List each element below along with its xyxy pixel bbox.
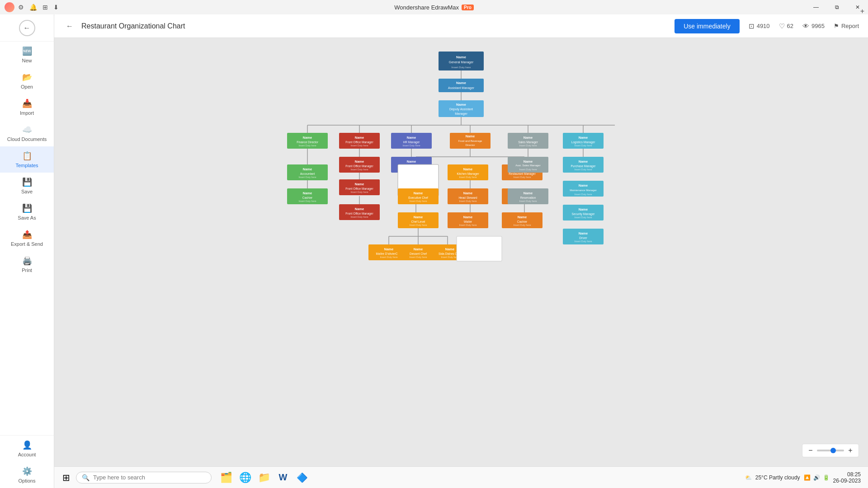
apps-icon[interactable]: ⊞ xyxy=(42,4,48,11)
weather-icon: ⛅ xyxy=(745,474,752,481)
svg-text:Insert Duty here: Insert Duty here xyxy=(350,191,368,193)
sidebar-item-options[interactable]: ⚙️ Options xyxy=(0,462,54,488)
taskbar-app-widgets[interactable]: 🗂️ xyxy=(217,469,235,487)
taskbar: ⊞ 🔍 🗂️ 🌐 📁 W 🔷 xyxy=(54,466,868,488)
window-controls: — ⧉ ✕ xyxy=(806,0,868,14)
open-icon: 📂 xyxy=(22,72,32,82)
search-input[interactable] xyxy=(93,474,193,481)
svg-text:Insert Duty here: Insert Duty here xyxy=(298,176,316,178)
close-btn[interactable]: ✕ xyxy=(847,0,868,14)
svg-text:Cashier: Cashier xyxy=(302,196,313,199)
svg-text:Manager: Manager xyxy=(455,112,467,116)
svg-text:Insert Duty here: Insert Duty here xyxy=(519,168,537,171)
svg-text:Name: Name xyxy=(407,136,416,140)
print-icon: 🖨️ xyxy=(22,256,32,266)
zoom-out-btn[interactable]: − xyxy=(806,446,815,455)
svg-text:Head Steward: Head Steward xyxy=(458,196,477,199)
zoom-in-btn[interactable]: + xyxy=(846,446,855,455)
org-chart-svg: Name General Manager Insert Duty here Na… xyxy=(262,42,660,350)
svg-text:Name: Name xyxy=(355,207,364,211)
taskbar-right: ⛅ 25°C Partly cloudy 🔼 🔊 🔋 08:25 26-09-2… xyxy=(745,471,864,484)
sidebar-item-cloud[interactable]: ☁️ Cloud Documents xyxy=(0,120,54,146)
download-icon[interactable]: ⬇ xyxy=(53,4,59,11)
save-icon: 💾 xyxy=(22,177,32,187)
svg-text:Waiter: Waiter xyxy=(464,220,472,223)
views-stat: 👁 9965 xyxy=(802,22,825,30)
start-btn[interactable]: ⊞ xyxy=(58,469,74,486)
svg-text:Cashier: Cashier xyxy=(517,220,528,223)
svg-text:Name: Name xyxy=(456,103,466,107)
sidebar-item-print[interactable]: 🖨️ Print xyxy=(0,251,54,277)
svg-text:Front Office Manager: Front Office Manager xyxy=(345,164,373,168)
sidebar-item-import[interactable]: 📥 Import xyxy=(0,94,54,120)
sidebar-item-export[interactable]: 📤 Export & Send xyxy=(0,225,54,251)
account-icon: 👤 xyxy=(22,440,32,450)
svg-text:Insert Duty here: Insert Duty here xyxy=(519,200,537,202)
svg-text:Name: Name xyxy=(579,183,588,188)
minimize-btn[interactable]: — xyxy=(806,0,826,14)
svg-text:Name: Name xyxy=(524,136,533,140)
battery-icon: 🔋 xyxy=(823,474,830,481)
svg-text:Sales Manager: Sales Manager xyxy=(518,141,538,144)
sidebar-item-open[interactable]: 📂 Open xyxy=(0,68,54,94)
pro-badge: Pro xyxy=(462,5,474,10)
saveas-icon: 💾 xyxy=(22,203,32,213)
import-icon: 📥 xyxy=(22,99,32,108)
report-btn[interactable]: ⚑ Report xyxy=(834,23,859,29)
title-bar: ⚙ 🔔 ⊞ ⬇ Wondershare EdrawMax Pro — ⧉ ✕ xyxy=(0,0,868,14)
svg-text:Food and Beverage: Food and Beverage xyxy=(458,140,482,142)
svg-text:Name: Name xyxy=(524,191,533,195)
svg-text:Name: Name xyxy=(414,191,423,195)
new-plus-icon: + xyxy=(860,14,864,15)
windows-icon: ⊞ xyxy=(62,472,70,483)
settings-icon[interactable]: ⚙ xyxy=(18,4,24,11)
sidebar-item-account[interactable]: 👤 Account xyxy=(0,436,54,462)
likes-stat: ♡ 62 xyxy=(779,22,793,30)
svg-text:Name: Name xyxy=(414,215,423,219)
maximize-btn[interactable]: ⧉ xyxy=(826,0,847,14)
weather-text: 25°C Partly cloudy xyxy=(755,474,800,481)
sidebar-item-new[interactable]: 🆕 New + xyxy=(0,42,54,68)
svg-text:Name: Name xyxy=(303,167,312,171)
svg-text:Insert Duty here: Insert Duty here xyxy=(574,240,592,243)
svg-text:HR Manager: HR Manager xyxy=(403,141,420,144)
word-icon: W xyxy=(279,472,288,483)
svg-text:Name: Name xyxy=(355,136,364,140)
svg-text:Insert Duty here: Insert Duty here xyxy=(459,224,476,226)
widgets-icon: 🗂️ xyxy=(220,472,232,483)
zoom-thumb xyxy=(830,448,836,453)
main-layout: ← 🆕 New + 📂 Open 📥 Import ☁️ Cloud Docum… xyxy=(0,14,868,488)
svg-text:Front Office Manager: Front Office Manager xyxy=(345,212,373,216)
header-back-btn[interactable]: ← xyxy=(63,20,76,33)
svg-text:Name: Name xyxy=(463,167,472,171)
sidebar-back-btn[interactable]: ← xyxy=(0,14,54,42)
report-icon: ⚑ xyxy=(834,23,839,29)
svg-text:Name: Name xyxy=(579,231,588,235)
svg-text:Name: Name xyxy=(463,215,472,219)
taskbar-app-explorer[interactable]: 📁 xyxy=(255,469,273,487)
edraw-icon: 🔷 xyxy=(297,472,308,483)
svg-text:Insert Duty here: Insert Duty here xyxy=(298,200,316,202)
svg-text:General Manager: General Manager xyxy=(449,61,474,64)
chart-canvas[interactable]: Name General Manager Insert Duty here Na… xyxy=(54,38,868,466)
taskbar-app-word[interactable]: W xyxy=(274,469,292,487)
svg-text:Asst. Sales Manager: Asst. Sales Manager xyxy=(515,164,540,167)
svg-text:Insert Duty here: Insert Duty here xyxy=(441,256,458,258)
explorer-icon: 📁 xyxy=(258,472,270,483)
svg-text:Name: Name xyxy=(355,182,364,186)
svg-text:Director: Director xyxy=(465,144,475,146)
use-immediately-btn[interactable]: Use immediately xyxy=(675,19,739,33)
sidebar-item-save[interactable]: 💾 Save xyxy=(0,173,54,199)
bell-icon[interactable]: 🔔 xyxy=(29,4,37,11)
taskbar-app-browser[interactable]: 🌐 xyxy=(236,469,254,487)
zoom-slider[interactable] xyxy=(817,450,844,451)
taskbar-search[interactable]: 🔍 xyxy=(76,472,212,483)
taskbar-app-edraw[interactable]: 🔷 xyxy=(293,469,311,487)
svg-text:Security Manager: Security Manager xyxy=(572,212,595,216)
svg-text:Assistant Manager: Assistant Manager xyxy=(448,86,475,90)
svg-text:Name: Name xyxy=(579,207,588,211)
sidebar-item-templates[interactable]: 📋 Templates xyxy=(0,146,54,173)
sidebar-item-saveas[interactable]: 💾 Save As xyxy=(0,199,54,225)
svg-rect-138 xyxy=(457,236,502,261)
eye-icon: 👁 xyxy=(802,22,809,30)
